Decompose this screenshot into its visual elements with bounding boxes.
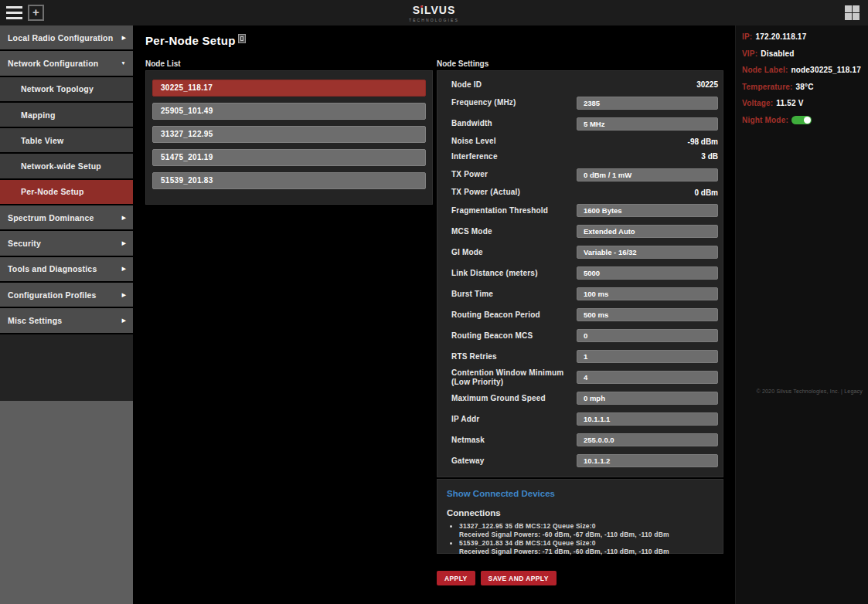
chevron-right-icon: ▶ [122,35,126,41]
setting-value: 3 dB [701,152,718,161]
setting-row-gateway: Gateway [451,450,718,471]
status-row-voltage: Voltage:11.52 V [736,95,868,112]
status-label: IP: [742,32,752,41]
mcs-mode-input[interactable] [577,225,718,238]
page-title: Per-Node Setup [145,34,246,47]
setting-label: MCS Mode [451,227,492,236]
apps-grid-icon[interactable] [845,5,859,20]
top-bar: + SiLVUS TECHNOLOGIES [0,0,868,25]
apply-button[interactable]: APPLY [437,571,475,585]
setting-label: GI Mode [451,248,483,257]
connections-list: 31327_122.95 35 dB MCS:12 Queue Size:0Re… [447,522,713,556]
setting-row-interference: Interference3 dB [451,149,718,165]
node-list-item-25905-101-49[interactable]: 25905_101.49 [152,103,426,120]
sidebar-item-label: Misc Settings [8,316,62,325]
main-content: Per-Node Setup Node List 30225_118.17259… [133,25,735,604]
rts-retries-input[interactable] [577,350,718,363]
node-list-item-51475-201-19[interactable]: 51475_201.19 [152,149,426,166]
status-value: node30225_118.17 [791,66,861,74]
setting-label: Gateway [451,456,485,466]
status-label: Voltage: [742,99,773,107]
save-and-apply-button[interactable]: SAVE AND APPLY [481,571,557,585]
sidebar-filler-gray [0,401,133,604]
sidebar-item-spectrum-dominance[interactable]: Spectrum Dominance▶ [0,205,133,229]
tx-power-input[interactable] [577,168,718,182]
burst-time-input[interactable] [577,287,718,300]
sidebar-item-local-radio-configuration[interactable]: Local Radio Configuration▶ [0,25,133,49]
setting-label: IP Addr [451,415,479,424]
routing-beacon-mcs-input[interactable] [577,329,718,342]
setting-label: Routing Beacon Period [451,310,540,320]
setting-row-bandwidth: Bandwidth [451,114,718,134]
status-value: 38°C [796,83,814,91]
copyright-text: © 2020 Silvus Technologies, Inc. | Legac… [756,389,863,394]
setting-row-tx-power-actual: TX Power (Actual)0 dBm [451,185,718,201]
setting-row-noise-level: Noise Level-98 dBm [451,134,718,150]
node-list-item-51539-201-83[interactable]: 51539_201.83 [152,172,426,189]
status-label: Node Label: [742,66,788,74]
sidebar-item-per-node-setup[interactable]: Per-Node Setup [0,180,133,204]
sidebar-item-network-wide-setup[interactable]: Network-wide Setup [0,154,133,178]
night-mode-toggle[interactable] [791,116,812,124]
chevron-right-icon: ▶ [122,317,126,324]
sidebar-item-label: Security [8,239,41,248]
connection-entry: 31327_122.95 35 dB MCS:12 Queue Size:0Re… [459,522,713,539]
connection-entry: 51539_201.83 34 dB MCS:14 Queue Size:0Re… [459,539,713,556]
contention-window-minimum-low-priority-input[interactable] [577,371,718,384]
show-connected-devices-link[interactable]: Show Connected Devices [447,489,555,498]
help-icon[interactable] [238,34,246,43]
setting-row-ip-addr: IP Addr [451,409,718,429]
sidebar-item-label: Local Radio Configuration [8,33,113,42]
chevron-right-icon: ▶ [122,266,126,272]
ip-addr-input[interactable] [577,412,718,426]
setting-label: Frequency (MHz) [451,98,516,107]
status-row-ip: IP:172.20.118.17 [736,29,868,46]
setting-label: Node ID [451,80,482,90]
sidebar-item-network-configuration[interactable]: Network Configuration▼ [0,51,133,75]
status-label: VIP: [742,49,757,58]
gi-mode-input[interactable] [577,246,718,259]
node-list-item-30225-118-17[interactable]: 30225_118.17 [152,80,426,97]
sidebar-item-configuration-profiles[interactable]: Configuration Profiles▶ [0,283,133,307]
sidebar-item-label: Spectrum Dominance [8,213,94,222]
maximum-ground-speed-input[interactable] [577,392,718,405]
setting-row-link-distance-meters: Link Distance (meters) [451,263,718,283]
sidebar-filler-dark [0,334,133,401]
netmask-input[interactable] [577,433,718,446]
connection-signal-powers: Received Signal Powers: -60 dBm, -67 dBm… [459,531,713,539]
setting-label: TX Power [451,170,488,179]
setting-row-rts-retries: RTS Retries [451,346,718,367]
sidebar-item-label: Tools and Diagnostics [8,264,97,273]
setting-value: 30225 [696,80,718,89]
setting-row-netmask: Netmask [451,429,718,450]
fragmentation-threshold-input[interactable] [577,204,718,217]
sidebar-item-table-view[interactable]: Table View [0,128,133,152]
setting-label: Burst Time [451,290,493,299]
status-label: Night Mode: [742,116,788,124]
sidebar-item-network-topology[interactable]: Network Topology [0,77,133,101]
sidebar-item-misc-settings[interactable]: Misc Settings▶ [0,308,133,332]
setting-value: 0 dBm [694,188,718,197]
logo-text: SiLVUS [413,4,456,16]
setting-row-maximum-ground-speed: Maximum Ground Speed [451,388,718,409]
setting-row-gi-mode: GI Mode [451,242,718,263]
logo-wordmark: SiLVUS [413,5,456,15]
status-label: Temperature: [742,83,793,91]
routing-beacon-period-input[interactable] [577,308,718,321]
connection-summary: 51539_201.83 34 dB MCS:14 Queue Size:0 [459,539,713,548]
sidebar-nav: Local Radio Configuration▶Network Config… [0,25,133,604]
status-value: Disabled [761,49,794,58]
node-list-item-31327-122-95[interactable]: 31327_122.95 [152,126,426,143]
sidebar-item-security[interactable]: Security▶ [0,231,133,255]
sidebar-item-mapping[interactable]: Mapping [0,103,133,127]
connections-heading: Connections [447,508,713,517]
sidebar-item-tools-and-diagnostics[interactable]: Tools and Diagnostics▶ [0,257,133,281]
setting-label: Link Distance (meters) [451,269,538,278]
link-distance-meters-input[interactable] [577,266,718,280]
bandwidth-input[interactable] [577,117,718,131]
chevron-right-icon: ▶ [122,292,126,298]
frequency-mhz-input[interactable] [577,97,718,110]
status-row-node-label: Node Label:node30225_118.17 [736,62,868,79]
gateway-input[interactable] [577,454,718,467]
connection-summary: 31327_122.95 35 dB MCS:12 Queue Size:0 [459,522,713,531]
